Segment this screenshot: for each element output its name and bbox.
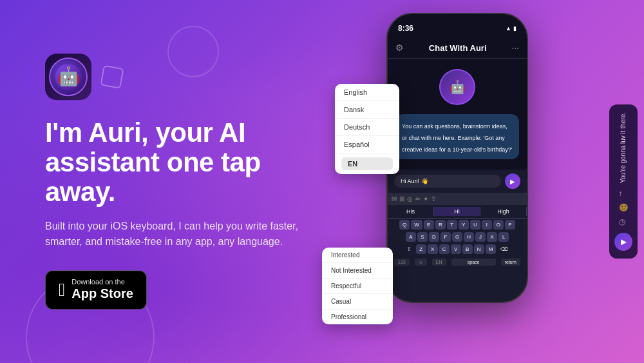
download-on-label: Download on the: [71, 279, 133, 286]
wifi-icon: ▲: [506, 25, 511, 32]
key-emoji[interactable]: ☺: [415, 259, 427, 266]
lang-code-en[interactable]: EN: [341, 157, 393, 170]
word-suggestion-high[interactable]: High: [480, 207, 527, 216]
word-suggestions: His Hi High: [388, 205, 527, 219]
btn-text-group: Download on the App Store: [71, 279, 133, 301]
phone-status-bar: 8:36 ▲ ▮: [388, 14, 527, 37]
key-o[interactable]: O: [493, 220, 504, 230]
auri-face-icon: 🤖: [57, 66, 80, 87]
tone-interested[interactable]: Interested: [322, 248, 393, 263]
language-popup: English Dansk Deutsch Español EN: [335, 84, 399, 174]
key-s[interactable]: S: [417, 232, 428, 242]
key-shift[interactable]: ⇧: [404, 244, 415, 254]
status-time: 8:36: [398, 24, 413, 33]
app-store-label: App Store: [71, 286, 133, 301]
key-e[interactable]: E: [424, 220, 434, 230]
headline: I'm Auri, your AI assistant one tap away…: [45, 118, 316, 208]
tone-casual[interactable]: Casual: [322, 294, 393, 309]
vert-smile-icon[interactable]: 🙂: [619, 203, 629, 212]
key-space[interactable]: space: [451, 259, 496, 266]
settings-gear-icon[interactable]: ⚙: [395, 43, 404, 53]
right-content: English Dansk Deutsch Español EN 8:36 ▲ …: [309, 0, 644, 363]
kb-icon-target[interactable]: ◎: [407, 195, 413, 202]
key-f[interactable]: F: [440, 232, 451, 242]
kb-icon-edit[interactable]: ✏: [415, 195, 421, 202]
key-j[interactable]: J: [475, 232, 486, 242]
keyboard-row-2: A S D F G H J K L: [388, 231, 527, 243]
chat-bubble: You can ask questions, brainstorm ideas,…: [395, 114, 519, 159]
tone-respectful[interactable]: Respectful: [322, 279, 393, 294]
auri-avatar: 🤖: [439, 69, 475, 105]
kb-icon-sparkle[interactable]: ✦: [423, 195, 428, 202]
lang-dansk[interactable]: Dansk: [335, 101, 399, 119]
phone-bottom-bar: 123 ☺ EN space return: [388, 255, 527, 268]
lang-english[interactable]: English: [335, 84, 399, 101]
key-c[interactable]: C: [439, 244, 450, 254]
chat-title: Chat With Auri: [429, 43, 487, 53]
tone-popup: Interested Not Interested Respectful Cas…: [322, 248, 393, 324]
key-backspace[interactable]: ⌫: [497, 244, 511, 254]
key-i[interactable]: I: [482, 220, 492, 230]
key-k[interactable]: K: [487, 232, 497, 242]
key-lang[interactable]: EN: [432, 259, 446, 266]
key-y[interactable]: Y: [459, 220, 469, 230]
right-vert-card: You're gonna luv it there. ↑ 🙂 ◷ ▶: [609, 104, 638, 259]
key-return[interactable]: return: [501, 259, 520, 266]
key-z[interactable]: Z: [416, 244, 426, 254]
key-q[interactable]: Q: [399, 220, 410, 230]
vert-icons-group: ↑ 🙂 ◷: [619, 189, 629, 226]
vert-clock-icon[interactable]: ◷: [619, 217, 629, 226]
key-a[interactable]: A: [406, 232, 416, 242]
chat-input[interactable]: Hi Auri! 👋: [394, 175, 501, 188]
word-suggestion-his[interactable]: His: [388, 207, 434, 216]
status-icons: ▲ ▮: [506, 25, 516, 32]
app-icon-row: 🤖: [45, 54, 316, 100]
key-r[interactable]: R: [435, 220, 446, 230]
key-l[interactable]: L: [498, 232, 509, 242]
chat-bubble-text: You can ask questions, brainstorm ideas,…: [402, 123, 513, 153]
key-123[interactable]: 123: [394, 259, 410, 266]
vert-arrow-up-icon[interactable]: ↑: [619, 189, 629, 198]
key-n[interactable]: N: [474, 244, 484, 254]
icon-square-decoration: [100, 64, 124, 88]
keyboard-row-3: ⇧ Z X C V B N M ⌫: [388, 243, 527, 255]
send-button[interactable]: ▶: [505, 173, 520, 189]
app-icon-inner: 🤖: [49, 57, 88, 96]
key-g[interactable]: G: [452, 232, 462, 242]
phone-header: ⚙ Chat With Auri ···: [388, 37, 527, 59]
more-options-icon[interactable]: ···: [511, 43, 519, 53]
tone-not-interested[interactable]: Not Interested: [322, 263, 393, 279]
left-content: 🤖 I'm Auri, your AI assistant one tap aw…: [45, 54, 316, 310]
key-v[interactable]: V: [451, 244, 461, 254]
key-p[interactable]: P: [505, 220, 515, 230]
key-m[interactable]: M: [486, 244, 497, 254]
lang-deutsch[interactable]: Deutsch: [335, 119, 399, 136]
key-x[interactable]: X: [428, 244, 438, 254]
key-h[interactable]: H: [464, 232, 474, 242]
key-t[interactable]: T: [447, 220, 457, 230]
phone-input-bar: Hi Auri! 👋 ▶: [388, 170, 527, 193]
vert-text-1: You're gonna luv it there.: [619, 112, 628, 183]
subheadline: Built into your iOS keyboard, I can help…: [45, 219, 316, 250]
app-icon: 🤖: [45, 54, 91, 100]
kb-icon-image[interactable]: ⊞: [399, 195, 404, 202]
key-b[interactable]: B: [462, 244, 473, 254]
word-suggestion-hi[interactable]: Hi: [434, 207, 480, 216]
keyboard-row-1: Q W E R T Y U I O P: [388, 219, 527, 231]
tone-professional[interactable]: Professional: [322, 309, 393, 324]
vert-send-button[interactable]: ▶: [614, 233, 632, 251]
battery-icon: ▮: [513, 25, 516, 32]
phone-mockup: 8:36 ▲ ▮ ⚙ Chat With Auri ··· 🤖 You can …: [386, 13, 528, 303]
kb-icon-share[interactable]: ⇪: [431, 195, 436, 202]
key-w[interactable]: W: [411, 220, 422, 230]
kb-icon-mail[interactable]: ✉: [392, 195, 397, 202]
keyboard-toolbar: ✉ ⊞ ◎ ✏ ✦ ⇪: [388, 193, 527, 205]
lang-espanol[interactable]: Español: [335, 136, 399, 153]
key-u[interactable]: U: [470, 220, 480, 230]
key-d[interactable]: D: [429, 232, 439, 242]
phone-chat-area: 🤖 You can ask questions, brainstorm idea…: [388, 59, 527, 170]
vert-card-inner: You're gonna luv it there. ↑ 🙂 ◷ ▶: [609, 104, 638, 259]
apple-logo-icon: : [59, 281, 65, 299]
app-store-button[interactable]:  Download on the App Store: [45, 270, 147, 309]
